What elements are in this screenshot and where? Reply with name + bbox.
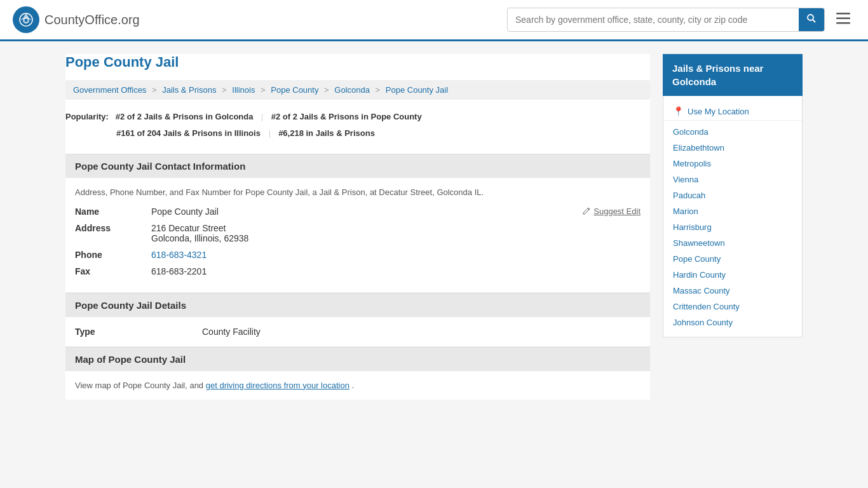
location-pin-icon: 📍 — [673, 106, 684, 116]
sidebar: Jails & Prisons near Golconda 📍 Use My L… — [663, 54, 803, 400]
address-label: Address — [75, 223, 151, 233]
breadcrumb-link-pope-county[interactable]: Pope County — [271, 85, 318, 95]
breadcrumb-link-jail[interactable]: Pope County Jail — [386, 85, 448, 95]
type-label: Type — [75, 327, 202, 337]
sidebar-link[interactable]: Golconda — [663, 124, 802, 140]
breadcrumb-link-illinois[interactable]: Illinois — [232, 85, 255, 95]
sidebar-link[interactable]: Massac County — [663, 283, 802, 299]
sidebar-body: 📍 Use My Location GolcondaElizabethtownM… — [663, 96, 803, 337]
type-value: County Facility — [202, 327, 261, 337]
menu-button[interactable] — [831, 9, 855, 30]
breadcrumb-sep-4: > — [324, 85, 329, 95]
type-row: Type County Facility — [75, 327, 641, 337]
breadcrumb-link-jails[interactable]: Jails & Prisons — [162, 85, 216, 95]
contact-description: Address, Phone Number, and Fax Number fo… — [75, 187, 641, 197]
logo[interactable]: CountyOffice.org — [13, 6, 140, 33]
address-value: 216 Decatur Street Golconda, Illinois, 6… — [151, 223, 248, 243]
search-input[interactable] — [508, 10, 799, 30]
address-line2: Golconda, Illinois, 62938 — [151, 233, 248, 243]
fax-value: 618-683-2201 — [151, 266, 207, 276]
logo-text: CountyOffice.org — [44, 13, 140, 27]
name-value: Pope County Jail — [151, 207, 219, 217]
map-info: View map of Pope County Jail, and get dr… — [65, 371, 650, 400]
svg-point-2 — [808, 15, 813, 20]
details-section-header: Pope County Jail Details — [65, 293, 650, 317]
svg-rect-5 — [836, 18, 850, 20]
sidebar-link[interactable]: Hardin County — [663, 267, 802, 283]
sidebar-link[interactable]: Pope County — [663, 251, 802, 267]
breadcrumb-link-golconda[interactable]: Golconda — [334, 85, 370, 95]
name-left: Name Pope County Jail — [75, 207, 219, 217]
sidebar-link[interactable]: Elizabethtown — [663, 140, 802, 156]
logo-icon — [13, 6, 39, 33]
breadcrumb-sep-3: > — [261, 85, 266, 95]
search-button[interactable] — [799, 8, 824, 31]
edit-icon — [582, 207, 591, 215]
sidebar-link[interactable]: Metropolis — [663, 156, 802, 172]
page-title: Pope County Jail — [65, 54, 650, 71]
site-header: CountyOffice.org — [0, 0, 868, 41]
map-desc-before: View map of Pope County Jail, and — [75, 381, 203, 390]
phone-label: Phone — [75, 250, 151, 260]
name-row: Name Pope County Jail Suggest Edit — [75, 207, 641, 217]
use-location-label: Use My Location — [688, 107, 749, 116]
search-bar — [507, 8, 825, 32]
sidebar-link[interactable]: Shawneetown — [663, 235, 802, 251]
breadcrumb-sep-2: > — [222, 85, 227, 95]
svg-point-1 — [25, 19, 28, 22]
suggest-edit-label: Suggest Edit — [593, 207, 641, 216]
breadcrumb-sep-5: > — [376, 85, 381, 95]
map-directions-link[interactable]: get driving directions from your locatio… — [206, 381, 349, 390]
details-info: Type County Facility — [65, 317, 650, 347]
phone-value: 618-683-4321 — [151, 250, 207, 260]
svg-line-3 — [813, 20, 815, 22]
sidebar-title: Jails & Prisons near Golconda — [663, 54, 803, 96]
sidebar-link[interactable]: Paducah — [663, 187, 802, 203]
breadcrumb-link-gov[interactable]: Government Offices — [73, 85, 146, 95]
map-section-header: Map of Pope County Jail — [65, 347, 650, 371]
suggest-edit-button[interactable]: Suggest Edit — [582, 207, 641, 216]
sidebar-link[interactable]: Johnson County — [663, 315, 802, 330]
main-container: Pope County Jail Government Offices > Ja… — [53, 41, 815, 412]
svg-rect-4 — [836, 13, 850, 15]
phone-link[interactable]: 618-683-4321 — [151, 250, 207, 260]
sidebar-link[interactable]: Harrisburg — [663, 219, 802, 235]
address-line1: 216 Decatur Street — [151, 223, 248, 233]
address-row: Address 216 Decatur Street Golconda, Ill… — [75, 223, 641, 243]
sidebar-link[interactable]: Vienna — [663, 172, 802, 187]
contact-info: Address, Phone Number, and Fax Number fo… — [65, 178, 650, 293]
breadcrumb: Government Offices > Jails & Prisons > I… — [65, 80, 650, 100]
map-description: View map of Pope County Jail, and get dr… — [75, 381, 641, 390]
popularity-section: Popularity: #2 of 2 Jails & Prisons in G… — [65, 109, 650, 141]
breadcrumb-sep-1: > — [152, 85, 157, 95]
use-location-link[interactable]: 📍 Use My Location — [663, 102, 802, 121]
header-right — [507, 8, 855, 32]
sidebar-links-container: GolcondaElizabethtownMetropolisViennaPad… — [663, 124, 802, 330]
content-area: Pope County Jail Government Offices > Ja… — [65, 54, 650, 400]
contact-section-header: Pope County Jail Contact Information — [65, 154, 650, 178]
fax-row: Fax 618-683-2201 — [75, 266, 641, 276]
svg-rect-6 — [836, 22, 850, 24]
fax-label: Fax — [75, 266, 151, 276]
phone-row: Phone 618-683-4321 — [75, 250, 641, 260]
name-label: Name — [75, 207, 151, 217]
sidebar-link[interactable]: Crittenden County — [663, 299, 802, 315]
map-desc-after: . — [352, 381, 355, 390]
sidebar-link[interactable]: Marion — [663, 203, 802, 219]
